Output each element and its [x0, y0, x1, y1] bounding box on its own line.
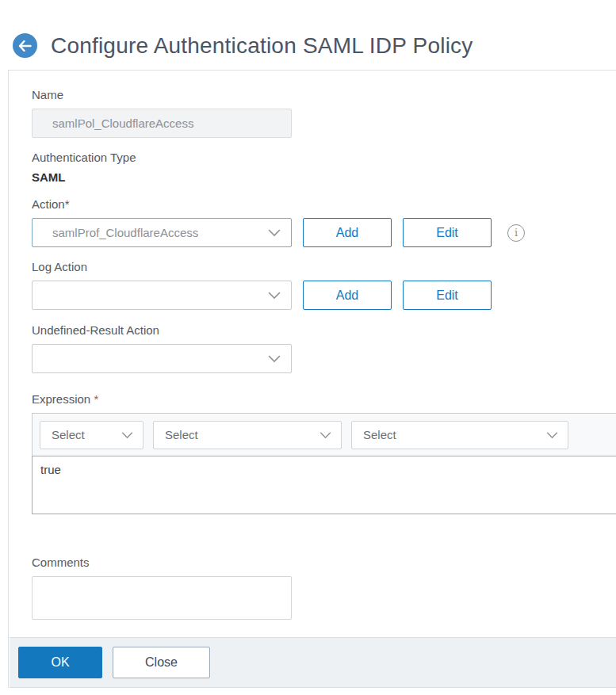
info-icon[interactable]: i — [507, 224, 525, 242]
log-action-add-button[interactable]: Add — [303, 281, 392, 310]
expression-select-2-value: Select — [165, 428, 198, 441]
page-title: Configure Authentication SAML IDP Policy — [51, 33, 473, 59]
back-button[interactable] — [13, 33, 37, 58]
expression-label-text: Expression — [32, 392, 90, 406]
action-select[interactable]: samlProf_CloudflareAccess — [32, 218, 292, 247]
expression-select-1-value: Select — [52, 428, 85, 441]
comments-input[interactable] — [32, 576, 292, 620]
authentication-type-value: SAML — [32, 170, 616, 184]
footer-action-bar: OK Close — [10, 637, 616, 688]
chevron-down-icon — [319, 428, 331, 441]
undefined-result-action-select[interactable] — [32, 344, 292, 373]
expression-select-2[interactable]: Select — [153, 421, 342, 449]
expression-select-3-value: Select — [363, 428, 396, 441]
configure-saml-idp-policy-page: Configure Authentication SAML IDP Policy… — [0, 0, 616, 695]
name-label: Name — [32, 88, 616, 101]
chevron-down-icon — [268, 352, 281, 365]
ok-button[interactable]: OK — [18, 647, 102, 678]
form-panel: Name Authentication Type SAML Action* sa… — [8, 70, 616, 688]
expression-input[interactable]: true — [32, 456, 616, 514]
chevron-down-icon — [121, 428, 133, 441]
authentication-type-label: Authentication Type — [32, 151, 616, 164]
name-input — [32, 109, 292, 138]
chevron-down-icon — [268, 288, 281, 302]
expression-select-1[interactable]: Select — [40, 421, 143, 449]
log-action-label: Log Action — [32, 260, 616, 273]
action-select-value: samlProf_CloudflareAccess — [52, 226, 198, 239]
undefined-result-action-label: Undefined-Result Action — [32, 323, 616, 337]
expression-select-3[interactable]: Select — [351, 421, 568, 449]
page-header: Configure Authentication SAML IDP Policy — [0, 0, 616, 70]
expression-label: Expression * — [32, 392, 616, 406]
required-asterisk: * — [94, 392, 98, 406]
expression-toolbar: Select Select Select — [32, 413, 616, 456]
chevron-down-icon — [268, 226, 281, 239]
back-arrow-icon — [18, 40, 32, 52]
action-edit-button[interactable]: Edit — [403, 218, 492, 247]
chevron-down-icon — [546, 428, 558, 441]
log-action-edit-button[interactable]: Edit — [403, 281, 492, 310]
expression-builder: Select Select Select — [32, 413, 616, 514]
close-button[interactable]: Close — [113, 647, 210, 678]
comments-label: Comments — [32, 556, 616, 569]
action-add-button[interactable]: Add — [303, 218, 392, 247]
action-label: Action* — [32, 197, 616, 211]
log-action-select[interactable] — [32, 281, 292, 310]
